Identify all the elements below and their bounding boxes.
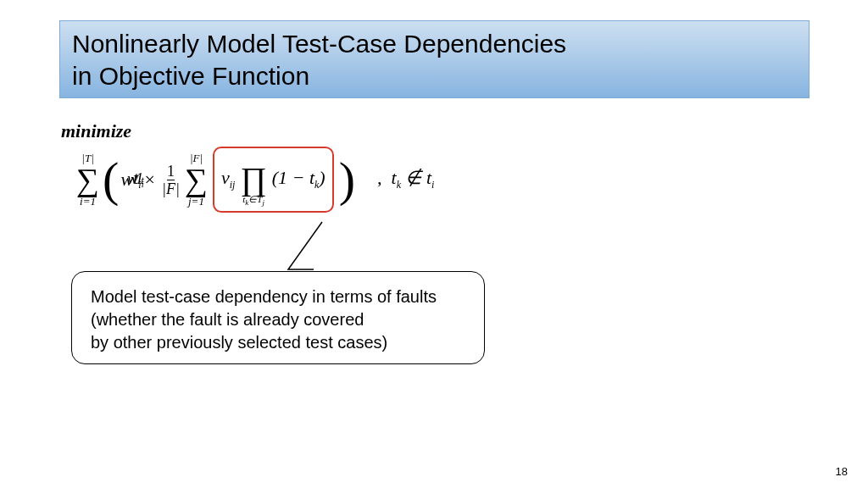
- callout-line-3: by other previously selected test cases): [91, 331, 469, 354]
- callout-box: Model test-case dependency in terms of f…: [71, 271, 485, 364]
- constraint: , tk ∉ ti: [377, 167, 434, 191]
- fraction-1-over-F: 1 |F|: [162, 164, 180, 197]
- title-line-1: Nonlinearly Model Test-Case Dependencies: [72, 28, 797, 60]
- title-bar: Nonlinearly Model Test-Case Dependencies…: [59, 20, 810, 98]
- page-number: 18: [836, 465, 848, 478]
- product: ∏ tk∈Tj: [240, 152, 266, 207]
- one-minus-tk: (1 − tk): [272, 167, 326, 191]
- callout-line-2: (whether the fault is already covered: [91, 308, 469, 331]
- times-icon: ×: [145, 169, 155, 191]
- callout-line-1: Model test-case dependency in terms of f…: [91, 286, 469, 308]
- w-var: w: [120, 169, 133, 191]
- title-line-2: in Objective Function: [72, 60, 797, 92]
- inner-sum: |F| ∑ j=1: [185, 152, 208, 207]
- minimize-label: minimize: [61, 120, 131, 142]
- t-i-var: ti: [133, 167, 141, 191]
- callout-pointer-icon: [280, 220, 331, 271]
- right-paren-icon: ): [337, 160, 357, 199]
- v-ij: vij: [221, 167, 235, 191]
- highlighted-term: vij ∏ tk∈Tj (1 − tk): [213, 147, 334, 212]
- outer-sum: |T| ∑ i=1: [76, 152, 99, 207]
- objective-formula: |T| ∑ i=1 ( w ti × 1 |F| |F| ∑ j=1 vij ∏: [75, 146, 719, 214]
- left-paren-icon: (: [101, 160, 120, 199]
